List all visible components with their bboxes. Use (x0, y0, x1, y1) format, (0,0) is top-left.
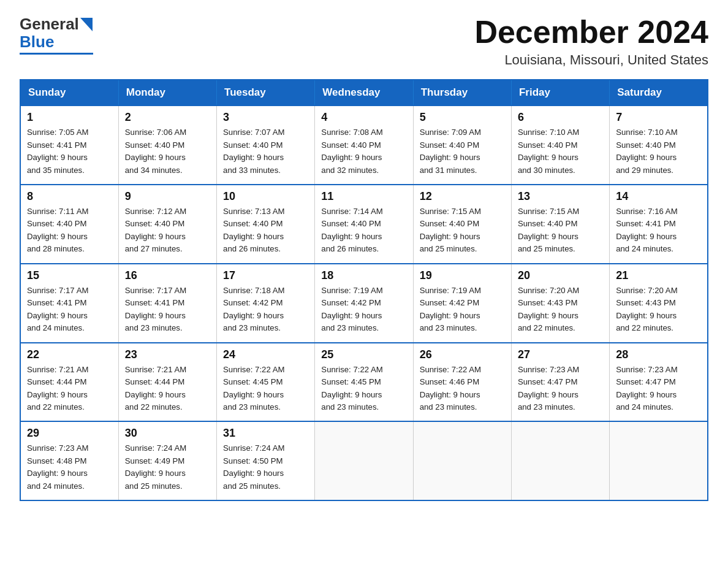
calendar-cell (610, 421, 708, 500)
calendar-cell: 13Sunrise: 7:15 AMSunset: 4:40 PMDayligh… (511, 185, 609, 264)
day-number: 22 (27, 348, 112, 361)
calendar-week-row: 8Sunrise: 7:11 AMSunset: 4:40 PMDaylight… (20, 185, 708, 264)
weekday-header-saturday: Saturday (610, 80, 708, 105)
logo-general-text: General (20, 15, 79, 34)
calendar-cell: 30Sunrise: 7:24 AMSunset: 4:49 PMDayligh… (118, 421, 216, 500)
calendar-cell: 23Sunrise: 7:21 AMSunset: 4:44 PMDayligh… (118, 343, 216, 422)
weekday-header-wednesday: Wednesday (315, 80, 413, 105)
calendar-cell: 27Sunrise: 7:23 AMSunset: 4:47 PMDayligh… (511, 343, 609, 422)
day-number: 2 (125, 111, 210, 124)
calendar-week-row: 29Sunrise: 7:23 AMSunset: 4:48 PMDayligh… (20, 421, 708, 500)
calendar-cell: 1Sunrise: 7:05 AMSunset: 4:41 PMDaylight… (20, 105, 118, 185)
calendar-cell: 5Sunrise: 7:09 AMSunset: 4:40 PMDaylight… (413, 105, 511, 185)
day-info: Sunrise: 7:07 AMSunset: 4:40 PMDaylight:… (223, 126, 308, 177)
calendar-week-row: 1Sunrise: 7:05 AMSunset: 4:41 PMDaylight… (20, 105, 708, 185)
day-number: 1 (27, 111, 112, 124)
day-info: Sunrise: 7:14 AMSunset: 4:40 PMDaylight:… (321, 205, 406, 256)
calendar-cell: 9Sunrise: 7:12 AMSunset: 4:40 PMDaylight… (118, 185, 216, 264)
calendar-cell: 25Sunrise: 7:22 AMSunset: 4:45 PMDayligh… (315, 343, 413, 422)
day-info: Sunrise: 7:17 AMSunset: 4:41 PMDaylight:… (27, 285, 112, 335)
calendar-cell: 14Sunrise: 7:16 AMSunset: 4:41 PMDayligh… (610, 185, 708, 264)
calendar-cell: 12Sunrise: 7:15 AMSunset: 4:40 PMDayligh… (413, 185, 511, 264)
logo-divider (20, 53, 93, 55)
calendar-cell: 26Sunrise: 7:22 AMSunset: 4:46 PMDayligh… (413, 343, 511, 422)
day-number: 28 (616, 348, 701, 361)
title-area: December 2024 Louisiana, Missouri, Unite… (474, 15, 708, 68)
day-number: 21 (616, 269, 701, 282)
day-info: Sunrise: 7:09 AMSunset: 4:40 PMDaylight:… (420, 126, 505, 177)
day-number: 30 (125, 427, 210, 440)
day-info: Sunrise: 7:15 AMSunset: 4:40 PMDaylight:… (420, 205, 505, 256)
day-number: 26 (420, 348, 505, 361)
day-number: 24 (223, 348, 308, 361)
page-header: General Blue December 2024 Louisiana, Mi… (20, 15, 708, 68)
day-number: 20 (518, 269, 603, 282)
weekday-header-row: SundayMondayTuesdayWednesdayThursdayFrid… (20, 80, 708, 105)
calendar-cell: 3Sunrise: 7:07 AMSunset: 4:40 PMDaylight… (217, 105, 315, 185)
day-number: 14 (616, 190, 701, 203)
day-info: Sunrise: 7:19 AMSunset: 4:42 PMDaylight:… (420, 285, 505, 335)
day-info: Sunrise: 7:15 AMSunset: 4:40 PMDaylight:… (518, 205, 603, 256)
calendar-cell: 21Sunrise: 7:20 AMSunset: 4:43 PMDayligh… (610, 264, 708, 343)
day-info: Sunrise: 7:13 AMSunset: 4:40 PMDaylight:… (223, 205, 308, 256)
calendar-cell: 18Sunrise: 7:19 AMSunset: 4:42 PMDayligh… (315, 264, 413, 343)
month-title: December 2024 (474, 15, 708, 50)
day-info: Sunrise: 7:23 AMSunset: 4:48 PMDaylight:… (27, 442, 112, 492)
day-number: 11 (321, 190, 406, 203)
calendar-cell (315, 421, 413, 500)
day-info: Sunrise: 7:24 AMSunset: 4:50 PMDaylight:… (223, 442, 308, 492)
day-info: Sunrise: 7:10 AMSunset: 4:40 PMDaylight:… (616, 126, 701, 177)
weekday-header-tuesday: Tuesday (217, 80, 315, 105)
calendar-table: SundayMondayTuesdayWednesdayThursdayFrid… (20, 79, 708, 501)
day-info: Sunrise: 7:11 AMSunset: 4:40 PMDaylight:… (27, 205, 112, 256)
day-number: 10 (223, 190, 308, 203)
day-number: 12 (420, 190, 505, 203)
day-number: 8 (27, 190, 112, 203)
day-info: Sunrise: 7:21 AMSunset: 4:44 PMDaylight:… (27, 364, 112, 414)
day-number: 23 (125, 348, 210, 361)
calendar-cell: 2Sunrise: 7:06 AMSunset: 4:40 PMDaylight… (118, 105, 216, 185)
calendar-cell: 31Sunrise: 7:24 AMSunset: 4:50 PMDayligh… (217, 421, 315, 500)
calendar-cell: 17Sunrise: 7:18 AMSunset: 4:42 PMDayligh… (217, 264, 315, 343)
day-info: Sunrise: 7:18 AMSunset: 4:42 PMDaylight:… (223, 285, 308, 335)
calendar-cell (413, 421, 511, 500)
calendar-cell: 29Sunrise: 7:23 AMSunset: 4:48 PMDayligh… (20, 421, 118, 500)
calendar-cell: 15Sunrise: 7:17 AMSunset: 4:41 PMDayligh… (20, 264, 118, 343)
calendar-cell: 19Sunrise: 7:19 AMSunset: 4:42 PMDayligh… (413, 264, 511, 343)
day-number: 7 (616, 111, 701, 124)
day-info: Sunrise: 7:24 AMSunset: 4:49 PMDaylight:… (125, 442, 210, 492)
day-info: Sunrise: 7:17 AMSunset: 4:41 PMDaylight:… (125, 285, 210, 335)
day-number: 31 (223, 427, 308, 440)
calendar-cell: 24Sunrise: 7:22 AMSunset: 4:45 PMDayligh… (217, 343, 315, 422)
calendar-cell: 22Sunrise: 7:21 AMSunset: 4:44 PMDayligh… (20, 343, 118, 422)
day-number: 17 (223, 269, 308, 282)
calendar-cell: 11Sunrise: 7:14 AMSunset: 4:40 PMDayligh… (315, 185, 413, 264)
calendar-cell: 6Sunrise: 7:10 AMSunset: 4:40 PMDaylight… (511, 105, 609, 185)
day-info: Sunrise: 7:19 AMSunset: 4:42 PMDaylight:… (321, 285, 406, 335)
calendar-cell: 10Sunrise: 7:13 AMSunset: 4:40 PMDayligh… (217, 185, 315, 264)
day-info: Sunrise: 7:08 AMSunset: 4:40 PMDaylight:… (321, 126, 406, 177)
calendar-week-row: 15Sunrise: 7:17 AMSunset: 4:41 PMDayligh… (20, 264, 708, 343)
calendar-cell: 8Sunrise: 7:11 AMSunset: 4:40 PMDaylight… (20, 185, 118, 264)
day-number: 27 (518, 348, 603, 361)
day-info: Sunrise: 7:10 AMSunset: 4:40 PMDaylight:… (518, 126, 603, 177)
weekday-header-friday: Friday (511, 80, 609, 105)
day-number: 19 (420, 269, 505, 282)
svg-marker-0 (80, 18, 93, 31)
logo: General Blue (20, 15, 93, 55)
calendar-cell: 7Sunrise: 7:10 AMSunset: 4:40 PMDaylight… (610, 105, 708, 185)
logo-triangle-icon (80, 18, 93, 31)
weekday-header-monday: Monday (118, 80, 216, 105)
day-info: Sunrise: 7:05 AMSunset: 4:41 PMDaylight:… (27, 126, 112, 177)
calendar-cell: 20Sunrise: 7:20 AMSunset: 4:43 PMDayligh… (511, 264, 609, 343)
weekday-header-thursday: Thursday (413, 80, 511, 105)
day-info: Sunrise: 7:06 AMSunset: 4:40 PMDaylight:… (125, 126, 210, 177)
day-info: Sunrise: 7:23 AMSunset: 4:47 PMDaylight:… (518, 364, 603, 414)
day-info: Sunrise: 7:16 AMSunset: 4:41 PMDaylight:… (616, 205, 701, 256)
day-number: 15 (27, 269, 112, 282)
location-title: Louisiana, Missouri, United States (474, 52, 708, 68)
day-number: 3 (223, 111, 308, 124)
day-number: 6 (518, 111, 603, 124)
calendar-cell: 16Sunrise: 7:17 AMSunset: 4:41 PMDayligh… (118, 264, 216, 343)
day-number: 18 (321, 269, 406, 282)
